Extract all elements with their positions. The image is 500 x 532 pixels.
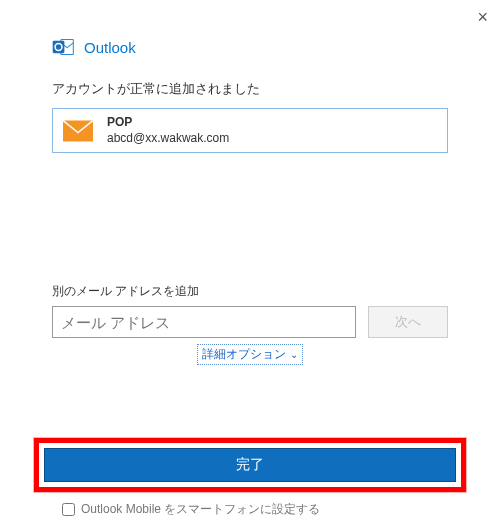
outlook-icon xyxy=(52,36,74,58)
next-button[interactable]: 次へ xyxy=(368,306,448,338)
mail-icon xyxy=(63,120,93,142)
done-button[interactable]: 完了 xyxy=(44,448,456,482)
success-message: アカウントが正常に追加されました xyxy=(52,80,448,98)
close-icon[interactable]: × xyxy=(477,8,488,26)
mobile-setup-checkbox[interactable] xyxy=(62,503,75,516)
email-input[interactable] xyxy=(52,306,356,338)
content-area: アカウントが正常に追加されました POP abcd@xx.wakwak.com … xyxy=(0,58,500,365)
mobile-setup-label: Outlook Mobile をスマートフォンに設定する xyxy=(81,501,320,518)
header: Outlook xyxy=(0,0,500,58)
advanced-options-dropdown[interactable]: 詳細オプション ⌄ xyxy=(197,344,303,365)
add-another-label: 別のメール アドレスを追加 xyxy=(52,283,448,300)
mobile-setup-row[interactable]: Outlook Mobile をスマートフォンに設定する xyxy=(62,501,320,518)
account-type-label: POP xyxy=(107,115,229,131)
advanced-options-label: 詳細オプション xyxy=(202,346,286,363)
chevron-down-icon: ⌄ xyxy=(290,349,298,360)
brand-title: Outlook xyxy=(84,39,136,56)
highlight-frame: 完了 xyxy=(34,438,466,492)
add-another-section: 別のメール アドレスを追加 次へ 詳細オプション ⌄ xyxy=(52,283,448,365)
account-added-box: POP abcd@xx.wakwak.com xyxy=(52,108,448,153)
account-email: abcd@xx.wakwak.com xyxy=(107,131,229,147)
account-info: POP abcd@xx.wakwak.com xyxy=(107,115,229,146)
